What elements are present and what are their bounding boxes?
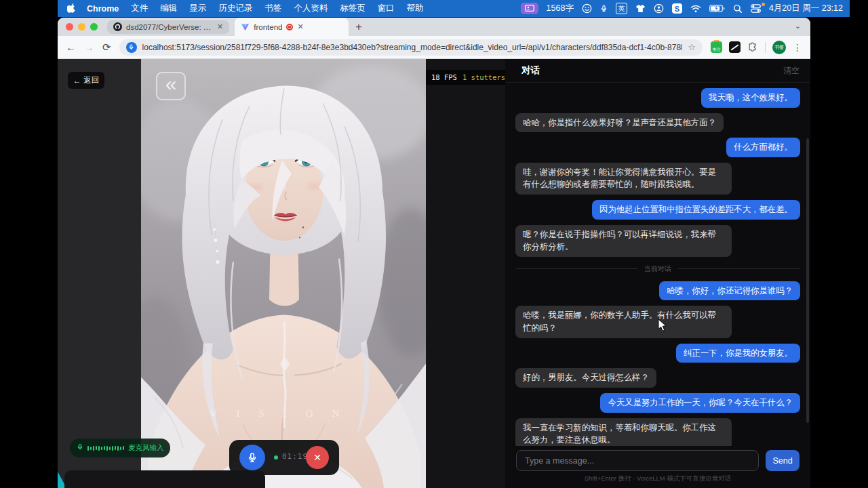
tab-frontend[interactable]: frontend ✕ [235,18,349,36]
extensions-puzzle-icon[interactable] [747,41,758,54]
word-count-text[interactable]: 1568字 [547,3,574,14]
menu-items: Chrome文件编辑显示历史记录书签个人资料标签页窗口帮助 [87,3,424,14]
chat-hint: Shift+Enter 换行 · VoiceLLM 模式下可直接语音对话 [505,471,810,488]
tab-close-icon[interactable]: ✕ [217,23,223,30]
github-icon [113,22,122,31]
mic-level-bars [87,446,124,451]
chat-messages[interactable]: 我天嘞，这个效果好。哈哈，你是指什么效果好呀？是声音还是其他方面？什么方面都好。… [505,83,810,446]
s-app-icon[interactable]: S [672,3,682,14]
menu-item-4[interactable]: 历史记录 [218,3,252,14]
chat-message-user: 哈喽，你好，你还记得你是谁吗？ [659,281,800,301]
maximize-window-button[interactable] [90,23,98,30]
user-account-icon[interactable] [654,3,664,14]
control-center-icon[interactable] [751,4,761,13]
back-button[interactable]: ← 返回 [68,72,104,89]
forward-nav-button[interactable]: → [84,42,94,52]
chat-message-ai: 哈喽，我是丽娜，你的数字人助手。有什么我可以帮忙的吗？ [515,306,732,338]
back-button-label: 返回 [83,75,99,85]
tab-recording-icon [286,24,293,30]
menubar-mic-icon[interactable] [600,3,608,14]
menubar-clock[interactable]: 4月20日 周一 23:12 [769,3,843,14]
dark-extension-icon[interactable] [729,41,741,53]
chat-title: 对话 [521,64,540,77]
chat-message-ai: 哇，谢谢你的夸奖！能让你觉得满意我很开心。要是有什么想聊的或者需要帮忙的，随时跟… [515,163,732,195]
emoji-status-icon[interactable] [582,3,592,14]
browser-menu-icon[interactable]: ⋮ [793,42,802,53]
new-tab-button[interactable]: + [355,22,361,33]
vite-icon [241,22,250,31]
site-mic-permission-icon[interactable] [126,42,137,53]
menu-item-5[interactable]: 书签 [264,3,281,14]
toolbar-separator [765,42,766,53]
call-timer: 01:19 [282,452,308,461]
chat-panel: 对话 清空 我天嘞，这个效果好。哈哈，你是指什么效果好呀？是声音还是其他方面？什… [505,59,810,488]
chat-message-user: 我天嘞，这个效果好。 [701,88,800,108]
profile-avatar[interactable]: 书签 [772,41,786,54]
menu-item-7[interactable]: 标签页 [340,3,366,14]
chat-header: 对话 清空 [505,59,810,83]
chat-session-divider: 当前对话 [515,264,800,274]
tab-search-chevron-icon[interactable]: ⌄ [795,22,801,30]
menu-item-2[interactable]: 编辑 [160,3,177,14]
browser-toolbar: ← → ⟳ localhost:5173/session/2581f729-5f… [58,36,810,59]
tab-github-cyberverse[interactable]: dsd2077/CyberVerse: Cyber ✕ [107,20,229,34]
minimize-window-button[interactable] [78,23,85,30]
video-area: VISION ← 返回 « 18 FPS 1 stutters 麦克风输入 [58,59,505,488]
battery-icon[interactable] [709,5,725,12]
send-button[interactable]: Send [766,450,800,471]
video-letterbox [58,59,141,488]
reload-button[interactable]: ⟳ [102,42,111,52]
fps-counter: 18 FPS 1 stutters [426,70,505,85]
close-window-button[interactable] [66,23,73,30]
mic-input-indicator: 麦克风输入 [70,439,170,458]
clear-chat-button[interactable]: 清空 [783,65,800,77]
double-chevron-watermark-icon: « [156,72,186,100]
chat-input-area: Send [505,446,810,471]
shirt-app-icon[interactable] [635,4,646,13]
chat-message-user: 因为他起止位置和中指位置头的差距不大，都在差。 [592,200,800,220]
url-text[interactable]: localhost:5173/session/2581f729-5f68-428… [142,43,683,52]
chat-scrollbar[interactable] [806,138,809,423]
tab-close-icon[interactable]: ✕ [297,23,303,30]
menu-item-0[interactable]: Chrome [87,4,119,14]
focus-extension-icon[interactable]: 专注 [711,41,722,53]
extensions-row: 专注 书签 ⋮ [711,41,802,54]
chat-message-ai: 哈哈，你是指什么效果好呀？是声音还是其他方面？ [515,113,724,133]
window-controls [66,23,98,30]
menu-item-8[interactable]: 窗口 [378,3,395,14]
chat-message-user: 今天又是努力工作的一天，你呢？今天在干什么？ [600,393,800,413]
notification-dot [762,3,765,6]
tab-strip: dsd2077/CyberVerse: Cyber ✕ frontend ✕ +… [58,18,810,36]
screen: { "colors": { "menubar_blue": "#1b6cc8",… [0,0,868,488]
call-mic-button[interactable] [239,445,265,470]
screen-share-icon[interactable] [521,3,538,14]
menubar-status-icons: 1568字 英 S 4月20日 周一 23:12 [521,3,843,14]
menu-item-1[interactable]: 文件 [131,3,148,14]
recording-dot [274,455,278,460]
menu-item-3[interactable]: 显示 [189,3,206,14]
address-bar[interactable]: localhost:5173/session/2581f729-5f68-428… [119,39,703,56]
mic-level-icon [77,442,83,454]
mouse-cursor [658,319,667,332]
spotlight-search-icon[interactable] [733,4,743,14]
tab-title: dsd2077/CyberVerse: Cyber [126,23,213,31]
image-watermark-text: VISION [210,408,359,419]
input-method-icon[interactable]: 英 [616,3,627,14]
mic-icon [247,451,258,464]
fps-value: 18 FPS [431,73,457,81]
chat-message-user: 纠正一下，你是我的女朋友。 [676,344,800,363]
chat-message-ai: 嗯？你是在说手指操作吗？可以再详细说说，我来帮你分析分析。 [515,225,732,257]
message-input[interactable] [516,450,759,471]
end-call-button[interactable]: ✕ [306,446,329,469]
menu-item-6[interactable]: 个人资料 [294,3,328,14]
chat-message-ai: 好的，男朋友。今天过得怎么样？ [515,368,656,388]
mic-input-label: 麦克风输入 [128,443,164,453]
character-portrait: VISION [141,59,426,488]
menu-item-9[interactable]: 帮助 [407,3,424,14]
bookmark-star-icon[interactable]: ☆ [688,42,696,52]
chat-message-user: 什么方面都好。 [726,138,800,157]
browser-window: dsd2077/CyberVerse: Cyber ✕ frontend ✕ +… [58,18,810,488]
back-nav-button[interactable]: ← [66,42,76,52]
wifi-icon[interactable] [690,5,701,13]
apple-menu-icon[interactable] [67,3,76,14]
